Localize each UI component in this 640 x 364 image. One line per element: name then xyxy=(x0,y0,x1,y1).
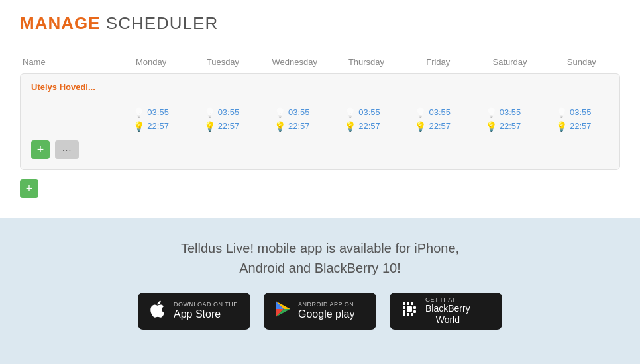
time-cell-sun-off[interactable]: 💡 03:55 xyxy=(539,107,609,117)
appstore-text: Download on the App Store xyxy=(174,302,238,320)
footer: Telldus Live! mobile app is available fo… xyxy=(0,218,640,349)
time-cell-mon-off[interactable]: 💡 03:55 xyxy=(116,107,186,117)
time-cell-thu-on[interactable]: 💡 22:57 xyxy=(327,121,398,131)
svg-rect-5 xyxy=(407,306,412,312)
footer-tagline: Telldus Live! mobile app is available fo… xyxy=(13,238,627,278)
schedule-name: Utelys Hovedi... xyxy=(31,82,609,92)
col-header-friday: Friday xyxy=(402,57,474,67)
col-header-sunday: Sunday xyxy=(546,57,617,67)
time-value-sat-on: 22:57 xyxy=(500,121,521,131)
svg-rect-2 xyxy=(407,302,409,305)
appstore-sub: Download on the xyxy=(174,302,238,308)
blackberry-text: Get it at BlackBerryWorld xyxy=(425,297,470,326)
on-times-row: 💡 22:57 💡 22:57 💡 22:57 💡 22:57 💡 22:57 … xyxy=(31,121,609,131)
blackberry-badge[interactable]: Get it at BlackBerryWorld xyxy=(390,293,502,330)
time-value-mon-on: 22:57 xyxy=(147,121,169,131)
time-cell-sat-on[interactable]: 💡 22:57 xyxy=(468,121,538,131)
time-value-sun-off: 03:55 xyxy=(570,107,592,117)
bulb-on-icon: 💡 xyxy=(486,122,497,131)
app-badges: Download on the App Store ANDROID APP ON… xyxy=(13,293,627,330)
bulb-off-icon: 💡 xyxy=(415,108,426,117)
bulb-on-icon: 💡 xyxy=(345,122,356,131)
page-title: MANAGE SCHEDULER xyxy=(20,13,620,34)
bulb-on-icon: 💡 xyxy=(556,122,567,131)
svg-rect-10 xyxy=(407,313,409,316)
svg-rect-7 xyxy=(403,310,405,313)
blackberry-main: BlackBerryWorld xyxy=(425,303,470,326)
more-options-button[interactable]: ··· xyxy=(55,140,79,159)
svg-rect-9 xyxy=(403,313,405,316)
time-cell-fri-on[interactable]: 💡 22:57 xyxy=(398,121,468,131)
time-cell-tue-on[interactable]: 💡 22:57 xyxy=(186,121,256,131)
title-rest: SCHEDULER xyxy=(101,13,219,33)
blackberry-sub: Get it at xyxy=(425,297,456,303)
time-cell-sun-on[interactable]: 💡 22:57 xyxy=(539,121,609,131)
bulb-off-icon: 💡 xyxy=(204,108,215,117)
googleplay-text: ANDROID APP ON Google play xyxy=(298,302,354,320)
bulb-on-icon: 💡 xyxy=(133,122,144,131)
appstore-main: App Store xyxy=(174,308,221,320)
svg-rect-1 xyxy=(403,302,405,305)
bulb-off-icon: 💡 xyxy=(556,108,567,117)
day-header-row: Name Monday Tuesday Wednesday Thursday F… xyxy=(20,57,620,73)
googleplay-main: Google play xyxy=(298,308,354,320)
bulb-on-icon: 💡 xyxy=(204,122,215,131)
off-times-row: 💡 03:55 💡 03:55 💡 03:55 💡 03:55 💡 03:55 … xyxy=(31,107,609,117)
time-cell-wed-off[interactable]: 💡 03:55 xyxy=(257,107,327,117)
googleplay-badge[interactable]: ANDROID APP ON Google play xyxy=(264,293,376,330)
col-header-thursday: Thursday xyxy=(331,57,402,67)
bulb-on-icon: 💡 xyxy=(274,122,286,131)
time-cell-wed-on[interactable]: 💡 22:57 xyxy=(257,121,327,131)
schedule-card: Utelys Hovedi... 💡 03:55 💡 03:55 💡 03:55… xyxy=(20,73,620,170)
bulb-on-icon: 💡 xyxy=(415,122,426,131)
global-add-section: + xyxy=(20,179,620,198)
col-header-monday: Monday xyxy=(115,57,187,67)
time-value-mon-off: 03:55 xyxy=(147,107,169,117)
time-value-wed-on: 22:57 xyxy=(288,121,310,131)
global-add-button[interactable]: + xyxy=(20,179,38,198)
time-value-thu-on: 22:57 xyxy=(358,121,380,131)
bulb-off-icon: 💡 xyxy=(486,108,497,117)
time-value-sat-off: 03:55 xyxy=(500,107,521,117)
main-content: MANAGE SCHEDULER Name Monday Tuesday Wed… xyxy=(0,0,640,218)
time-value-thu-off: 03:55 xyxy=(358,107,380,117)
time-value-fri-off: 03:55 xyxy=(429,107,451,117)
svg-rect-4 xyxy=(403,306,405,309)
time-value-tue-on: 22:57 xyxy=(218,121,240,131)
time-cell-mon-on[interactable]: 💡 22:57 xyxy=(116,121,186,131)
card-divider xyxy=(31,99,609,99)
card-actions: + ··· xyxy=(31,140,609,159)
googleplay-sub: ANDROID APP ON xyxy=(298,302,354,308)
col-header-name: Name xyxy=(23,57,115,67)
time-value-tue-off: 03:55 xyxy=(218,107,240,117)
google-play-icon xyxy=(274,300,292,322)
title-highlight: MANAGE xyxy=(20,13,101,33)
time-value-fri-on: 22:57 xyxy=(429,121,451,131)
svg-rect-3 xyxy=(411,302,413,305)
col-header-wednesday: Wednesday xyxy=(259,57,331,67)
time-cell-thu-off[interactable]: 💡 03:55 xyxy=(327,107,398,117)
time-cell-fri-off[interactable]: 💡 03:55 xyxy=(398,107,468,117)
col-header-saturday: Saturday xyxy=(474,57,545,67)
blackberry-icon xyxy=(400,300,419,323)
time-value-wed-off: 03:55 xyxy=(288,107,310,117)
time-cell-tue-off[interactable]: 💡 03:55 xyxy=(186,107,256,117)
svg-rect-11 xyxy=(411,313,413,316)
bulb-off-icon: 💡 xyxy=(274,108,286,117)
apple-icon xyxy=(148,300,167,323)
appstore-badge[interactable]: Download on the App Store xyxy=(138,293,250,330)
col-header-tuesday: Tuesday xyxy=(187,57,258,67)
svg-rect-6 xyxy=(413,306,416,309)
bulb-off-icon: 💡 xyxy=(345,108,356,117)
add-schedule-button[interactable]: + xyxy=(31,140,50,159)
header-divider xyxy=(20,46,620,46)
svg-rect-8 xyxy=(413,310,416,313)
time-cell-sat-off[interactable]: 💡 03:55 xyxy=(468,107,538,117)
bulb-off-icon: 💡 xyxy=(133,108,144,117)
time-value-sun-on: 22:57 xyxy=(570,121,592,131)
